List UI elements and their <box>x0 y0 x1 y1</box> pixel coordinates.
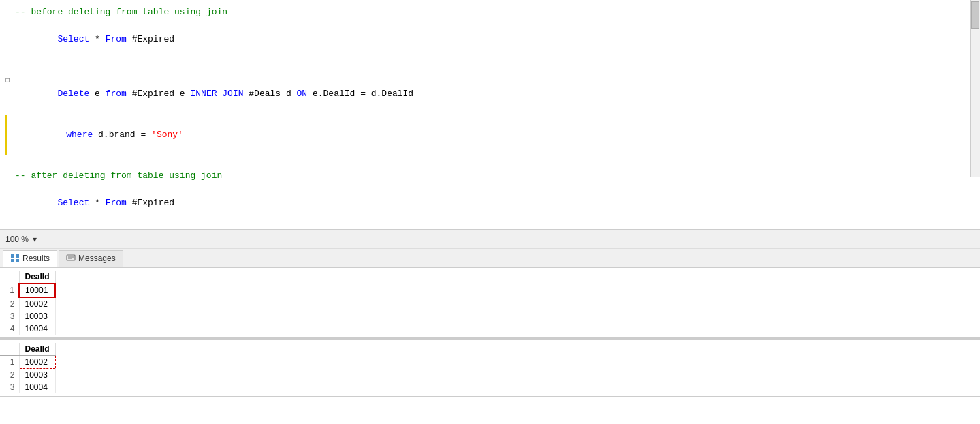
plain-1: * <box>89 34 105 44</box>
line-content-3 <box>15 60 980 74</box>
result-table-1: DealId 1 10001 2 10002 3 10003 <box>0 271 56 335</box>
code-line-4: ⊟ Delete e from #Expired e INNER JOIN #D… <box>5 74 980 115</box>
result-table-2: DealId 1 10002 2 10003 3 10004 <box>0 343 56 393</box>
line-content-1: -- before deleting from table using join <box>15 5 980 19</box>
svg-rect-3 <box>16 259 19 262</box>
table-row[interactable]: 1 10002 <box>0 356 55 369</box>
table-row[interactable]: 3 10004 <box>0 381 55 393</box>
row-num-1-2: 2 <box>0 297 19 310</box>
cell-2-dealid[interactable]: 10002 <box>19 297 55 310</box>
row-num-1-4: 4 <box>0 322 19 335</box>
table-row[interactable]: 4 10004 <box>0 322 55 335</box>
cell-2-3-dealid[interactable]: 10004 <box>19 381 55 393</box>
plain-6: e.DealId = d.DealId <box>307 89 413 99</box>
code-line-8: Select * From #Expired <box>5 183 980 224</box>
table-row[interactable]: 2 10003 <box>0 369 55 382</box>
table-row[interactable]: 1 10001 <box>0 284 55 297</box>
zoom-bar: 100 % ▾ <box>0 230 980 249</box>
string-sony: 'Sony' <box>151 130 183 140</box>
tab-messages-label: Messages <box>78 254 116 263</box>
row-num-header-1 <box>0 271 19 284</box>
keyword-from-1: From <box>106 34 127 44</box>
plain-4: #Expired e <box>127 89 191 99</box>
svg-rect-4 <box>67 255 75 260</box>
code-line-7: -- after deleting from table using join <box>5 169 980 183</box>
plain-9: #Expired <box>127 198 174 208</box>
collapse-indicator-4[interactable]: ⊟ <box>5 74 15 87</box>
svg-rect-2 <box>11 259 14 262</box>
plain-7: d.brand = <box>93 130 151 140</box>
editor-scrollbar-thumb[interactable] <box>971 1 979 29</box>
col-header-dealid-1: DealId <box>19 271 55 284</box>
line-content-7: -- after deleting from table using join <box>15 169 980 183</box>
row-num-1-3: 3 <box>0 310 19 322</box>
result-table-2-section: DealId 1 10002 2 10003 3 10004 <box>0 339 980 397</box>
cell-3-dealid[interactable]: 10003 <box>19 310 55 322</box>
keyword-from-3: From <box>106 198 127 208</box>
svg-rect-0 <box>11 254 14 258</box>
keyword-select-2: Select <box>57 198 89 208</box>
line-content-6 <box>15 155 980 169</box>
grid-icon <box>10 254 20 263</box>
result-table-1-section: DealId 1 10001 2 10002 3 10003 <box>0 268 980 339</box>
keyword-from-2: from <box>106 89 127 99</box>
row-num-2-1: 1 <box>0 356 19 369</box>
table-row[interactable]: 2 10002 <box>0 297 55 310</box>
row-num-2-2: 2 <box>0 369 19 382</box>
keyword-select-1: Select <box>57 34 89 44</box>
zoom-level: 100 % <box>5 234 29 244</box>
cell-2-1-dealid[interactable]: 10002 <box>19 356 55 369</box>
row-num-2-3: 3 <box>0 381 19 393</box>
code-line-2: Select * From #Expired <box>5 19 980 60</box>
line-content-2: Select * From #Expired <box>15 19 980 60</box>
keyword-where: where <box>66 130 93 140</box>
editor-scrollbar[interactable] <box>970 0 980 177</box>
line-content-8: Select * From #Expired <box>15 183 980 224</box>
line-content-4: Delete e from #Expired e INNER JOIN #Dea… <box>15 74 980 115</box>
code-editor[interactable]: -- before deleting from table using join… <box>0 0 980 230</box>
col-header-dealid-2: DealId <box>19 343 55 356</box>
tab-messages[interactable]: Messages <box>59 250 123 267</box>
results-tabs: Results Messages <box>0 249 980 268</box>
tab-results-label: Results <box>22 254 50 263</box>
line-content-5: where d.brand = 'Sony' <box>18 115 980 155</box>
code-line-6 <box>5 155 980 169</box>
cell-4-dealid[interactable]: 10004 <box>19 322 55 335</box>
zoom-dropdown-arrow[interactable]: ▾ <box>33 234 37 244</box>
data-area: DealId 1 10001 2 10002 3 10003 <box>0 268 980 424</box>
row-num-header-2 <box>0 343 19 356</box>
code-line-5: where d.brand = 'Sony' <box>5 115 980 155</box>
plain-5: #Deals d <box>244 89 297 99</box>
message-icon <box>66 254 76 263</box>
results-panel: Results Messages DealId <box>0 249 980 424</box>
keyword-on: ON <box>297 89 308 99</box>
keyword-inner-join: INNER JOIN <box>190 89 243 99</box>
cell-1-dealid[interactable]: 10001 <box>19 284 55 297</box>
code-line-3 <box>5 60 980 74</box>
cell-2-2-dealid[interactable]: 10003 <box>19 369 55 382</box>
svg-rect-1 <box>16 254 19 258</box>
plain-3: e <box>89 89 105 99</box>
row-num-1-1: 1 <box>0 284 19 297</box>
code-lines: -- before deleting from table using join… <box>0 5 980 224</box>
plain-8: * <box>89 198 105 208</box>
plain-2: #Expired <box>127 34 174 44</box>
table-row[interactable]: 3 10003 <box>0 310 55 322</box>
code-line-1: -- before deleting from table using join <box>5 5 980 19</box>
keyword-delete: Delete <box>57 89 89 99</box>
tab-results[interactable]: Results <box>3 250 57 267</box>
